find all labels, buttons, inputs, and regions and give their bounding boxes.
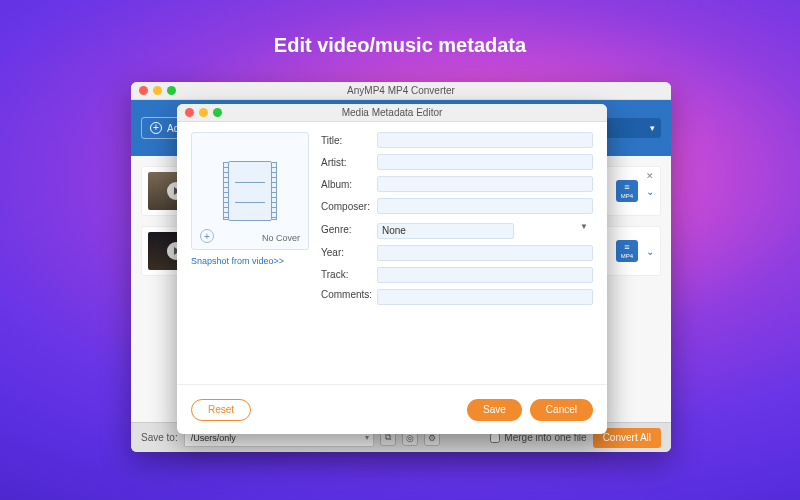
album-field[interactable] [377, 176, 593, 192]
modal-titlebar: Media Metadata Editor [177, 104, 607, 122]
year-label: Year: [321, 247, 377, 258]
reset-button[interactable]: Reset [191, 399, 251, 421]
cover-art-box[interactable]: + No Cover [191, 132, 309, 250]
metadata-editor-window: Media Metadata Editor + No Cover Snapsho… [177, 104, 607, 434]
artist-field[interactable] [377, 154, 593, 170]
output-format-dropdown[interactable]: ▾ [601, 118, 661, 138]
artist-label: Artist: [321, 157, 377, 168]
plus-icon: + [150, 122, 162, 134]
modal-title: Media Metadata Editor [177, 107, 607, 118]
chevron-down-icon: ▾ [365, 433, 369, 442]
cancel-button[interactable]: Cancel [530, 399, 593, 421]
chevron-down-icon[interactable]: ⌄ [646, 186, 654, 197]
merge-checkbox-input[interactable] [490, 433, 500, 443]
track-label: Track: [321, 269, 377, 280]
chevron-down-icon[interactable]: ⌄ [646, 246, 654, 257]
snapshot-from-video-link[interactable]: Snapshot from video>> [191, 256, 284, 266]
no-cover-label: No Cover [262, 233, 300, 243]
title-label: Title: [321, 135, 377, 146]
film-icon [228, 161, 272, 221]
title-field[interactable] [377, 132, 593, 148]
add-cover-icon[interactable]: + [200, 229, 214, 243]
year-field[interactable] [377, 245, 593, 261]
format-chip[interactable]: MP4 [616, 240, 638, 262]
metadata-form: Title: Artist: Album: Composer: Genre: ▼… [321, 132, 593, 384]
album-label: Album: [321, 179, 377, 190]
genre-select[interactable] [377, 223, 514, 239]
converter-titlebar: AnyMP4 MP4 Converter [131, 82, 671, 100]
composer-field[interactable] [377, 198, 593, 214]
save-to-label: Save to: [141, 432, 178, 443]
composer-label: Composer: [321, 201, 377, 212]
remove-item-icon[interactable]: ✕ [646, 171, 654, 181]
chevron-down-icon: ▼ [580, 222, 588, 231]
genre-label: Genre: [321, 224, 377, 235]
hero-title: Edit video/music metadata [0, 0, 800, 57]
comments-label: Comments: [321, 289, 377, 300]
format-chip[interactable]: MP4 [616, 180, 638, 202]
track-field[interactable] [377, 267, 593, 283]
converter-title: AnyMP4 MP4 Converter [131, 85, 671, 96]
save-button[interactable]: Save [467, 399, 522, 421]
comments-field[interactable] [377, 289, 593, 305]
modal-footer: Reset Save Cancel [177, 384, 607, 434]
